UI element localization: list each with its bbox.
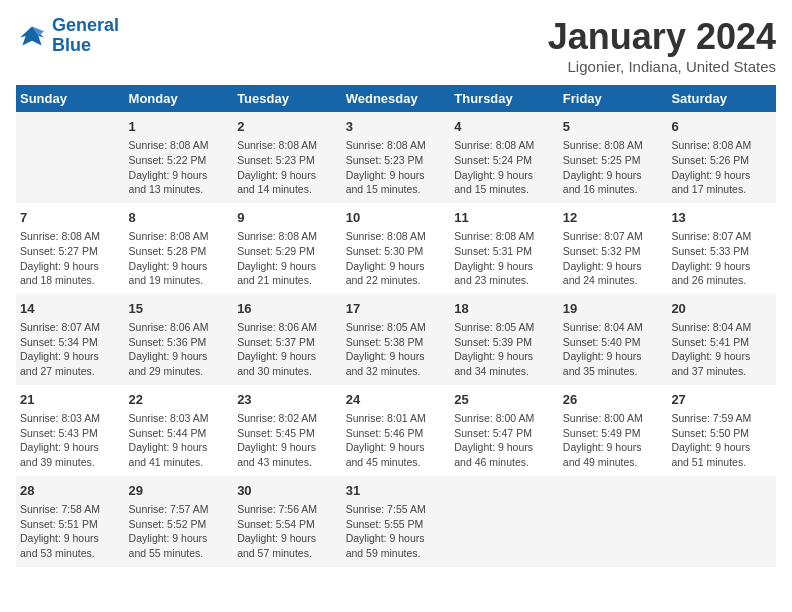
day-number: 24 (346, 391, 447, 409)
day-number: 22 (129, 391, 230, 409)
column-header-saturday: Saturday (667, 85, 776, 112)
day-info: Sunrise: 8:04 AM Sunset: 5:40 PM Dayligh… (563, 320, 664, 379)
day-info: Sunrise: 8:05 AM Sunset: 5:39 PM Dayligh… (454, 320, 555, 379)
day-info: Sunrise: 8:07 AM Sunset: 5:34 PM Dayligh… (20, 320, 121, 379)
day-number: 19 (563, 300, 664, 318)
day-number: 29 (129, 482, 230, 500)
calendar-cell: 13Sunrise: 8:07 AM Sunset: 5:33 PM Dayli… (667, 203, 776, 294)
day-number: 3 (346, 118, 447, 136)
calendar-cell: 25Sunrise: 8:00 AM Sunset: 5:47 PM Dayli… (450, 385, 559, 476)
calendar-cell: 16Sunrise: 8:06 AM Sunset: 5:37 PM Dayli… (233, 294, 342, 385)
day-number: 10 (346, 209, 447, 227)
calendar-cell: 19Sunrise: 8:04 AM Sunset: 5:40 PM Dayli… (559, 294, 668, 385)
calendar-cell: 20Sunrise: 8:04 AM Sunset: 5:41 PM Dayli… (667, 294, 776, 385)
day-info: Sunrise: 8:08 AM Sunset: 5:30 PM Dayligh… (346, 229, 447, 288)
svg-marker-0 (20, 26, 44, 45)
calendar-cell: 12Sunrise: 8:07 AM Sunset: 5:32 PM Dayli… (559, 203, 668, 294)
calendar-table: SundayMondayTuesdayWednesdayThursdayFrid… (16, 85, 776, 567)
calendar-title-block: January 2024 Ligonier, Indiana, United S… (548, 16, 776, 75)
day-number: 14 (20, 300, 121, 318)
calendar-cell: 10Sunrise: 8:08 AM Sunset: 5:30 PM Dayli… (342, 203, 451, 294)
calendar-cell: 31Sunrise: 7:55 AM Sunset: 5:55 PM Dayli… (342, 476, 451, 567)
calendar-cell: 28Sunrise: 7:58 AM Sunset: 5:51 PM Dayli… (16, 476, 125, 567)
column-header-sunday: Sunday (16, 85, 125, 112)
page-header: General Blue January 2024 Ligonier, Indi… (16, 16, 776, 75)
calendar-cell: 5Sunrise: 8:08 AM Sunset: 5:25 PM Daylig… (559, 112, 668, 203)
day-info: Sunrise: 7:59 AM Sunset: 5:50 PM Dayligh… (671, 411, 772, 470)
day-number: 12 (563, 209, 664, 227)
column-header-monday: Monday (125, 85, 234, 112)
calendar-cell: 9Sunrise: 8:08 AM Sunset: 5:29 PM Daylig… (233, 203, 342, 294)
day-number: 1 (129, 118, 230, 136)
day-number: 16 (237, 300, 338, 318)
column-header-friday: Friday (559, 85, 668, 112)
column-header-wednesday: Wednesday (342, 85, 451, 112)
day-info: Sunrise: 8:08 AM Sunset: 5:27 PM Dayligh… (20, 229, 121, 288)
calendar-cell: 27Sunrise: 7:59 AM Sunset: 5:50 PM Dayli… (667, 385, 776, 476)
calendar-cell: 24Sunrise: 8:01 AM Sunset: 5:46 PM Dayli… (342, 385, 451, 476)
column-header-tuesday: Tuesday (233, 85, 342, 112)
day-info: Sunrise: 8:06 AM Sunset: 5:36 PM Dayligh… (129, 320, 230, 379)
day-info: Sunrise: 8:00 AM Sunset: 5:49 PM Dayligh… (563, 411, 664, 470)
day-info: Sunrise: 7:55 AM Sunset: 5:55 PM Dayligh… (346, 502, 447, 561)
day-number: 6 (671, 118, 772, 136)
day-info: Sunrise: 8:00 AM Sunset: 5:47 PM Dayligh… (454, 411, 555, 470)
day-info: Sunrise: 8:08 AM Sunset: 5:23 PM Dayligh… (346, 138, 447, 197)
day-number: 26 (563, 391, 664, 409)
calendar-cell: 30Sunrise: 7:56 AM Sunset: 5:54 PM Dayli… (233, 476, 342, 567)
calendar-week-row: 14Sunrise: 8:07 AM Sunset: 5:34 PM Dayli… (16, 294, 776, 385)
day-info: Sunrise: 8:01 AM Sunset: 5:46 PM Dayligh… (346, 411, 447, 470)
calendar-cell: 22Sunrise: 8:03 AM Sunset: 5:44 PM Dayli… (125, 385, 234, 476)
calendar-cell (450, 476, 559, 567)
day-number: 4 (454, 118, 555, 136)
day-info: Sunrise: 8:08 AM Sunset: 5:24 PM Dayligh… (454, 138, 555, 197)
calendar-title: January 2024 (548, 16, 776, 58)
day-info: Sunrise: 8:08 AM Sunset: 5:28 PM Dayligh… (129, 229, 230, 288)
calendar-cell: 23Sunrise: 8:02 AM Sunset: 5:45 PM Dayli… (233, 385, 342, 476)
day-info: Sunrise: 7:57 AM Sunset: 5:52 PM Dayligh… (129, 502, 230, 561)
day-info: Sunrise: 8:08 AM Sunset: 5:26 PM Dayligh… (671, 138, 772, 197)
day-info: Sunrise: 8:08 AM Sunset: 5:29 PM Dayligh… (237, 229, 338, 288)
calendar-cell: 14Sunrise: 8:07 AM Sunset: 5:34 PM Dayli… (16, 294, 125, 385)
day-info: Sunrise: 8:08 AM Sunset: 5:22 PM Dayligh… (129, 138, 230, 197)
calendar-cell: 3Sunrise: 8:08 AM Sunset: 5:23 PM Daylig… (342, 112, 451, 203)
calendar-cell: 4Sunrise: 8:08 AM Sunset: 5:24 PM Daylig… (450, 112, 559, 203)
calendar-cell: 17Sunrise: 8:05 AM Sunset: 5:38 PM Dayli… (342, 294, 451, 385)
day-number: 21 (20, 391, 121, 409)
day-number: 28 (20, 482, 121, 500)
logo-icon (16, 20, 48, 52)
calendar-cell: 6Sunrise: 8:08 AM Sunset: 5:26 PM Daylig… (667, 112, 776, 203)
calendar-week-row: 1Sunrise: 8:08 AM Sunset: 5:22 PM Daylig… (16, 112, 776, 203)
calendar-week-row: 7Sunrise: 8:08 AM Sunset: 5:27 PM Daylig… (16, 203, 776, 294)
day-info: Sunrise: 7:58 AM Sunset: 5:51 PM Dayligh… (20, 502, 121, 561)
day-number: 27 (671, 391, 772, 409)
day-info: Sunrise: 8:08 AM Sunset: 5:31 PM Dayligh… (454, 229, 555, 288)
day-number: 5 (563, 118, 664, 136)
day-number: 20 (671, 300, 772, 318)
day-info: Sunrise: 8:02 AM Sunset: 5:45 PM Dayligh… (237, 411, 338, 470)
day-number: 15 (129, 300, 230, 318)
day-number: 30 (237, 482, 338, 500)
day-number: 2 (237, 118, 338, 136)
day-number: 25 (454, 391, 555, 409)
day-info: Sunrise: 7:56 AM Sunset: 5:54 PM Dayligh… (237, 502, 338, 561)
day-number: 18 (454, 300, 555, 318)
day-info: Sunrise: 8:07 AM Sunset: 5:32 PM Dayligh… (563, 229, 664, 288)
day-number: 11 (454, 209, 555, 227)
day-number: 9 (237, 209, 338, 227)
day-number: 8 (129, 209, 230, 227)
calendar-cell: 26Sunrise: 8:00 AM Sunset: 5:49 PM Dayli… (559, 385, 668, 476)
day-number: 31 (346, 482, 447, 500)
day-info: Sunrise: 8:03 AM Sunset: 5:44 PM Dayligh… (129, 411, 230, 470)
day-info: Sunrise: 8:07 AM Sunset: 5:33 PM Dayligh… (671, 229, 772, 288)
day-info: Sunrise: 8:08 AM Sunset: 5:25 PM Dayligh… (563, 138, 664, 197)
calendar-cell: 7Sunrise: 8:08 AM Sunset: 5:27 PM Daylig… (16, 203, 125, 294)
calendar-subtitle: Ligonier, Indiana, United States (548, 58, 776, 75)
day-number: 23 (237, 391, 338, 409)
column-header-thursday: Thursday (450, 85, 559, 112)
day-info: Sunrise: 8:04 AM Sunset: 5:41 PM Dayligh… (671, 320, 772, 379)
calendar-cell (667, 476, 776, 567)
day-number: 17 (346, 300, 447, 318)
calendar-cell: 21Sunrise: 8:03 AM Sunset: 5:43 PM Dayli… (16, 385, 125, 476)
day-info: Sunrise: 8:08 AM Sunset: 5:23 PM Dayligh… (237, 138, 338, 197)
